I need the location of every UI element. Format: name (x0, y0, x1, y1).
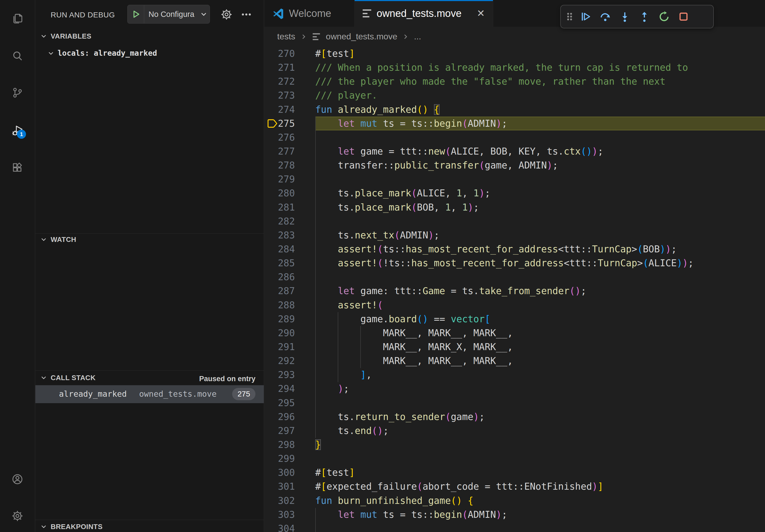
line-number[interactable]: 299 (264, 452, 295, 465)
account-icon[interactable] (12, 473, 23, 485)
code-line[interactable]: 278 transfer::public_transfer(game, ADMI… (264, 158, 765, 172)
code-line[interactable]: 292 MARK__, MARK__, MARK__, (264, 354, 765, 368)
line-number[interactable]: 291 (264, 340, 295, 354)
code-line[interactable]: 274fun already_marked() { (264, 103, 765, 117)
line-number[interactable]: 271 (264, 61, 295, 75)
breadcrumb-item-symbol[interactable]: ... (414, 32, 421, 42)
stack-frame-row[interactable]: already_marked owned_tests.move 275 (35, 385, 264, 403)
restart-icon[interactable] (658, 11, 670, 23)
code-text: let mut ts = ts::begin(ADMIN); (315, 508, 765, 522)
code-line[interactable]: 296 ts.return_to_sender(game); (264, 410, 765, 424)
step-out-icon[interactable] (638, 11, 650, 23)
code-line[interactable]: 288 assert!( (264, 298, 765, 312)
line-number[interactable]: 303 (264, 508, 295, 522)
line-number[interactable]: 285 (264, 256, 295, 270)
line-number[interactable]: 273 (264, 89, 295, 102)
variables-section-header[interactable]: VARIABLES (35, 30, 264, 42)
line-number[interactable]: 276 (264, 131, 295, 144)
more-actions-icon[interactable] (241, 9, 252, 20)
code-line[interactable]: 275 let mut ts = ts::begin(ADMIN); (264, 117, 765, 131)
code-line[interactable]: 284 assert!(ts::has_most_recent_for_addr… (264, 242, 765, 256)
line-number[interactable]: 287 (264, 284, 295, 298)
line-number[interactable]: 304 (264, 522, 295, 532)
line-number[interactable]: 294 (264, 382, 295, 396)
code-line[interactable]: 271/// When a position is already marked… (264, 61, 765, 75)
code-line[interactable]: 291 MARK__, MARK_X, MARK__, (264, 340, 765, 354)
step-over-icon[interactable] (599, 11, 611, 23)
chevron-down-icon (47, 50, 54, 57)
line-number[interactable]: 290 (264, 326, 295, 340)
line-number[interactable]: 296 (264, 410, 295, 424)
step-into-icon[interactable] (619, 11, 631, 23)
extensions-icon[interactable] (12, 162, 23, 173)
line-number[interactable]: 272 (264, 75, 295, 89)
line-number[interactable]: 270 (264, 47, 295, 61)
code-line[interactable]: 287 let game: ttt::Game = ts.take_from_s… (264, 284, 765, 298)
line-number[interactable]: 274 (264, 103, 295, 117)
code-line[interactable]: 297 ts.end(); (264, 424, 765, 438)
code-line[interactable]: 290 MARK__, MARK__, MARK__, (264, 326, 765, 340)
tab-welcome[interactable]: Welcome (264, 0, 355, 27)
variables-scope-row[interactable]: locals: already_marked (35, 47, 264, 60)
run-and-debug-icon[interactable]: 1 (12, 125, 23, 136)
breadcrumb-item-file[interactable]: owned_tests.move (326, 32, 397, 42)
code-line[interactable]: 277 let game = ttt::new(ALICE, BOB, KEY,… (264, 144, 765, 158)
code-token: ; (473, 202, 479, 213)
breakpoints-section-header[interactable]: BREAKPOINTS (35, 521, 264, 532)
code-line[interactable]: 280 ts.place_mark(ALICE, 1, 1); (264, 186, 765, 200)
explorer-icon[interactable] (12, 13, 23, 24)
search-icon[interactable] (12, 50, 23, 62)
watch-section-header[interactable]: WATCH (35, 234, 264, 245)
line-number[interactable]: 282 (264, 214, 295, 228)
line-number[interactable]: 278 (264, 158, 295, 172)
drag-grip-icon[interactable] (564, 11, 575, 23)
launch-configuration-dropdown[interactable]: No Configura (127, 5, 210, 24)
close-icon[interactable]: ✕ (477, 9, 485, 18)
code-line[interactable]: 286 (264, 270, 765, 284)
code-line[interactable]: 273/// player. (264, 89, 765, 102)
line-number[interactable]: 281 (264, 200, 295, 214)
code-line[interactable]: 303 let mut ts = ts::begin(ADMIN); (264, 508, 765, 522)
code-line[interactable]: 299 (264, 452, 765, 465)
stop-icon[interactable] (678, 11, 689, 23)
tab-owned-tests-move[interactable]: owned_tests.move ✕ (355, 0, 493, 27)
code-line[interactable]: 301#[expected_failure(abort_code = ttt::… (264, 479, 765, 493)
code-line[interactable]: 302fun burn_unfinished_game() { (264, 494, 765, 508)
code-line[interactable]: 283 ts.next_tx(ADMIN); (264, 228, 765, 242)
code-line[interactable]: 289 game.board() == vector[ (264, 312, 765, 326)
line-number[interactable]: 279 (264, 172, 295, 186)
line-number[interactable]: 302 (264, 494, 295, 508)
code-line[interactable]: 294 ); (264, 382, 765, 396)
line-number[interactable]: 289 (264, 312, 295, 326)
line-number[interactable]: 288 (264, 298, 295, 312)
code-line[interactable]: 281 ts.place_mark(BOB, 1, 1); (264, 200, 765, 214)
line-number[interactable]: 298 (264, 438, 295, 452)
code-line[interactable]: 293 ], (264, 368, 765, 382)
code-line[interactable]: 279 (264, 172, 765, 186)
code-line[interactable]: 276 (264, 131, 765, 144)
code-line[interactable]: 270#[test] (264, 47, 765, 61)
line-number[interactable]: 283 (264, 228, 295, 242)
code-line[interactable]: 295 (264, 396, 765, 410)
continue-icon[interactable] (580, 11, 591, 23)
code-line[interactable]: 304 (264, 522, 765, 532)
line-number[interactable]: 286 (264, 270, 295, 284)
line-number[interactable]: 297 (264, 424, 295, 438)
breadcrumb-item-tests[interactable]: tests (277, 32, 296, 42)
line-number[interactable]: 284 (264, 242, 295, 256)
code-line[interactable]: 272/// the player who made the "false" m… (264, 75, 765, 89)
line-number[interactable]: 295 (264, 396, 295, 410)
line-number[interactable]: 292 (264, 354, 295, 368)
debug-settings-gear-icon[interactable] (221, 9, 232, 20)
line-number[interactable]: 300 (264, 465, 295, 479)
code-line[interactable]: 298} (264, 438, 765, 452)
line-number[interactable]: 293 (264, 368, 295, 382)
source-control-icon[interactable] (12, 87, 23, 99)
line-number[interactable]: 301 (264, 479, 295, 493)
line-number[interactable]: 277 (264, 144, 295, 158)
code-line[interactable]: 300#[test] (264, 465, 765, 479)
settings-gear-icon[interactable] (12, 510, 23, 522)
code-line[interactable]: 282 (264, 214, 765, 228)
line-number[interactable]: 280 (264, 186, 295, 200)
code-line[interactable]: 285 assert!(!ts::has_most_recent_for_add… (264, 256, 765, 270)
